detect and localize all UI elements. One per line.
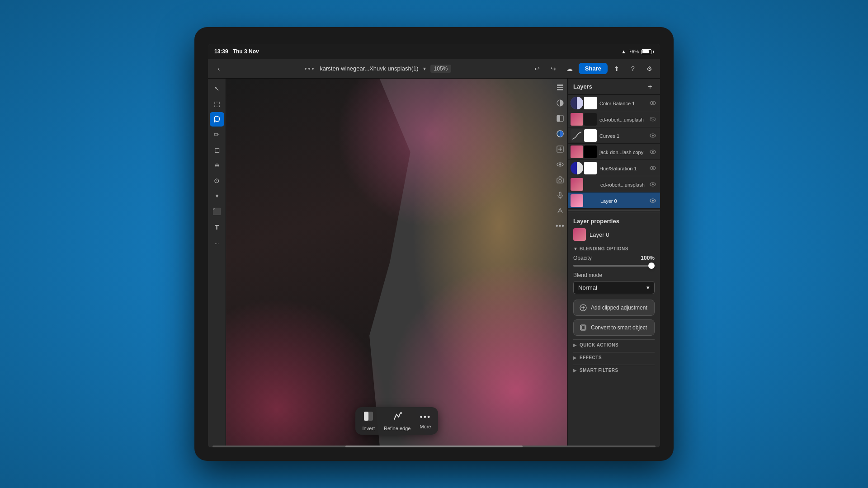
visibility-panel-icon[interactable] bbox=[554, 158, 566, 171]
text-tool[interactable]: T bbox=[210, 220, 224, 234]
layers-header: Layers + bbox=[568, 79, 660, 95]
properties-panel-icon[interactable] bbox=[554, 127, 566, 140]
layer-props-header: Layer properties bbox=[573, 218, 655, 225]
eraser-tool[interactable]: ◻ bbox=[210, 143, 224, 157]
layer-thumb-curves bbox=[571, 129, 583, 142]
effects-toggle[interactable]: ▶ EFFECTS bbox=[573, 352, 655, 363]
camera-panel-icon[interactable] bbox=[554, 174, 566, 186]
zoom-level[interactable]: 105% bbox=[430, 65, 452, 73]
layer-props-row: Layer 0 bbox=[573, 228, 655, 241]
refine-edge-label: Refine edge bbox=[384, 426, 410, 431]
marquee-tool[interactable]: ⬚ bbox=[210, 97, 224, 111]
heal-tool[interactable]: ✦ bbox=[210, 189, 224, 203]
blend-mode-value: Normal bbox=[578, 284, 597, 291]
smart-filters-arrow-icon: ▶ bbox=[573, 368, 577, 373]
export-button[interactable]: ⬆ bbox=[609, 61, 624, 76]
blend-mode-select[interactable]: Normal ▾ bbox=[573, 281, 655, 294]
opacity-row: Opacity 100% bbox=[573, 255, 655, 261]
more-options-icon[interactable]: ••• bbox=[554, 220, 566, 232]
more-tool[interactable]: ••• More bbox=[420, 413, 431, 429]
layer-visibility-button[interactable] bbox=[648, 147, 657, 156]
invert-label: Invert bbox=[363, 426, 375, 431]
convert-to-smart-object-button[interactable]: Convert to smart object bbox=[573, 319, 655, 336]
dropdown-arrow-icon[interactable]: ▾ bbox=[423, 66, 426, 72]
add-clipped-icon bbox=[579, 304, 587, 312]
blending-options-header[interactable]: ▼ BLENDING OPTIONS bbox=[573, 246, 655, 251]
redo-button[interactable]: ↪ bbox=[546, 61, 561, 76]
brush-tool[interactable]: ✏ bbox=[210, 127, 224, 142]
layer-name: Hue/Saturation 1 bbox=[599, 166, 637, 171]
layer-row-selected[interactable]: Layer 0 bbox=[568, 192, 660, 209]
layer-visibility-button[interactable] bbox=[648, 180, 657, 189]
layer-visibility-button[interactable] bbox=[648, 164, 657, 173]
layer-row[interactable]: Curves 1 bbox=[568, 127, 660, 144]
layer-thumb-photo bbox=[571, 113, 583, 126]
move-tool[interactable]: ↖ bbox=[210, 81, 224, 96]
panel-side-icons: ••• bbox=[553, 79, 567, 235]
battery-icon bbox=[642, 49, 654, 54]
layers-panel-icon[interactable] bbox=[554, 81, 566, 94]
layer-mask-black bbox=[584, 145, 597, 158]
layer-name: jack-don...lash copy bbox=[599, 150, 643, 155]
svg-point-4 bbox=[652, 102, 654, 104]
share-button[interactable]: Share bbox=[579, 63, 608, 74]
eyedrop-tool[interactable]: ⊙ bbox=[210, 174, 224, 188]
fx-panel-icon[interactable] bbox=[554, 204, 566, 217]
layer-visibility-button[interactable] bbox=[648, 131, 657, 140]
svg-rect-1 bbox=[364, 412, 368, 421]
layer-info: Curves 1 bbox=[597, 131, 648, 140]
layer-visibility-button[interactable] bbox=[648, 196, 657, 205]
left-toolbar: ↖ ⬚ ✏ ◻ ⊕ ⊙ ✦ ⬛ T … bbox=[208, 79, 226, 446]
layer-visibility-button[interactable] bbox=[648, 99, 657, 108]
cloud-button[interactable]: ☁ bbox=[562, 61, 577, 76]
back-button[interactable]: ‹ bbox=[212, 61, 226, 76]
quick-actions-toggle[interactable]: ▶ QUICK ACTIONS bbox=[573, 339, 655, 350]
stamp-tool[interactable]: ⊕ bbox=[210, 158, 224, 173]
layer-visibility-button[interactable] bbox=[648, 115, 657, 124]
layer-row[interactable]: ed-robert...unsplash bbox=[568, 176, 660, 192]
opacity-slider-thumb[interactable] bbox=[648, 263, 655, 269]
app-bar-right: ↩ ↪ ☁ Share ⬆ ? ⚙ bbox=[530, 61, 656, 76]
adjustments-panel-icon[interactable] bbox=[554, 97, 566, 109]
undo-button[interactable]: ↩ bbox=[530, 61, 544, 76]
canvas-area[interactable]: Invert Refine edge ••• More bbox=[226, 79, 567, 446]
status-bar: 13:39 Thu 3 Nov ▲ 76% bbox=[208, 44, 660, 59]
smart-object-icon bbox=[579, 324, 587, 332]
effects-label: EFFECTS bbox=[580, 355, 602, 360]
add-clipped-adjustment-button[interactable]: Add clipped adjustment bbox=[573, 300, 655, 316]
add-layer-button[interactable]: + bbox=[646, 82, 655, 91]
layer-row[interactable]: ed-robert...unsplash bbox=[568, 111, 660, 127]
layer-row[interactable]: Hue/Saturation 1 bbox=[568, 160, 660, 176]
layer-info: jack-don...lash copy bbox=[597, 148, 648, 156]
layer-props-title: Layer properties bbox=[573, 218, 619, 225]
refine-edge-tool[interactable]: Refine edge bbox=[384, 411, 410, 431]
audio-panel-icon[interactable] bbox=[554, 189, 566, 202]
transform-tool[interactable]: ⬛ bbox=[210, 204, 224, 219]
masks-panel-icon[interactable] bbox=[554, 112, 566, 125]
time: 13:39 bbox=[214, 48, 228, 55]
svg-rect-22 bbox=[557, 84, 563, 86]
opacity-slider[interactable] bbox=[573, 265, 655, 267]
help-button[interactable]: ? bbox=[626, 61, 640, 76]
layer-info: Color Balance 1 bbox=[597, 99, 648, 107]
extra-tool[interactable]: … bbox=[210, 235, 224, 249]
smart-filters-toggle[interactable]: ▶ SMART FILTERS bbox=[573, 365, 655, 375]
canvas-image bbox=[226, 79, 567, 446]
layer-thumb-hue bbox=[571, 162, 583, 174]
svg-point-14 bbox=[652, 183, 654, 185]
layer-row[interactable]: Color Balance 1 bbox=[568, 95, 660, 111]
settings-button[interactable]: ⚙ bbox=[642, 61, 656, 76]
add-button[interactable] bbox=[554, 143, 566, 155]
layer-thumb-photo bbox=[571, 178, 583, 191]
tablet-screen: 13:39 Thu 3 Nov ▲ 76% ‹ ••• karsten-wine… bbox=[208, 44, 660, 447]
layer-info: Hue/Saturation 1 bbox=[597, 164, 648, 172]
layer-row[interactable]: jack-don...lash copy bbox=[568, 144, 660, 160]
lasso-tool[interactable] bbox=[210, 112, 224, 127]
svg-rect-21 bbox=[581, 326, 585, 329]
opacity-label: Opacity bbox=[573, 255, 592, 261]
tablet-frame: 13:39 Thu 3 Nov ▲ 76% ‹ ••• karsten-wine… bbox=[194, 27, 674, 461]
svg-rect-24 bbox=[557, 89, 563, 90]
invert-tool[interactable]: Invert bbox=[363, 411, 375, 431]
svg-rect-23 bbox=[557, 87, 563, 88]
three-dots-icon: ••• bbox=[305, 65, 316, 72]
